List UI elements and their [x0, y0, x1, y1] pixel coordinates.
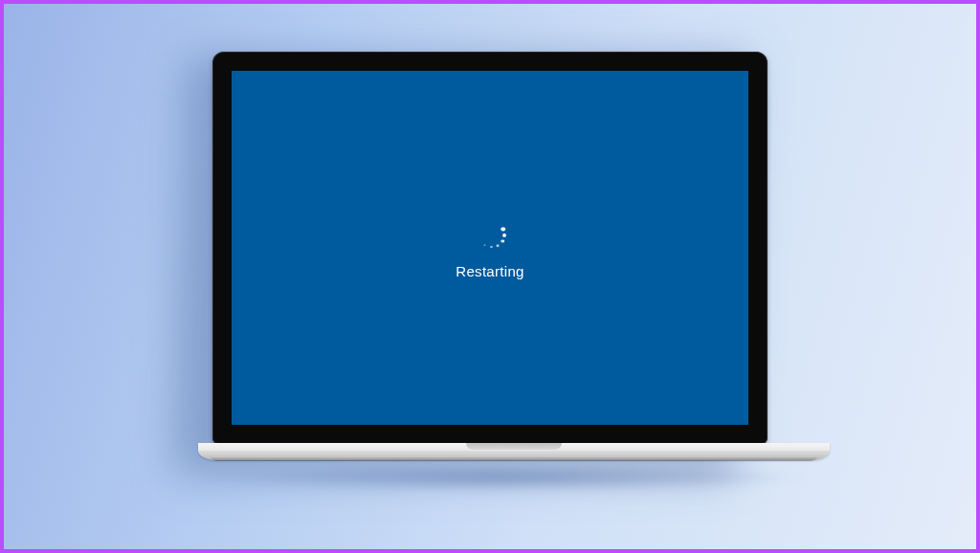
base-shadow [198, 463, 811, 492]
laptop-mockup: Restarting [198, 52, 782, 492]
screen-bezel: Restarting [212, 52, 768, 444]
laptop-body: Restarting [198, 52, 782, 492]
status-text: Restarting [456, 263, 523, 279]
windows-restart-screen: Restarting [232, 71, 748, 425]
loading-spinner-icon [474, 217, 506, 250]
promotional-frame: Restarting [0, 0, 980, 553]
laptop-base [198, 443, 830, 460]
